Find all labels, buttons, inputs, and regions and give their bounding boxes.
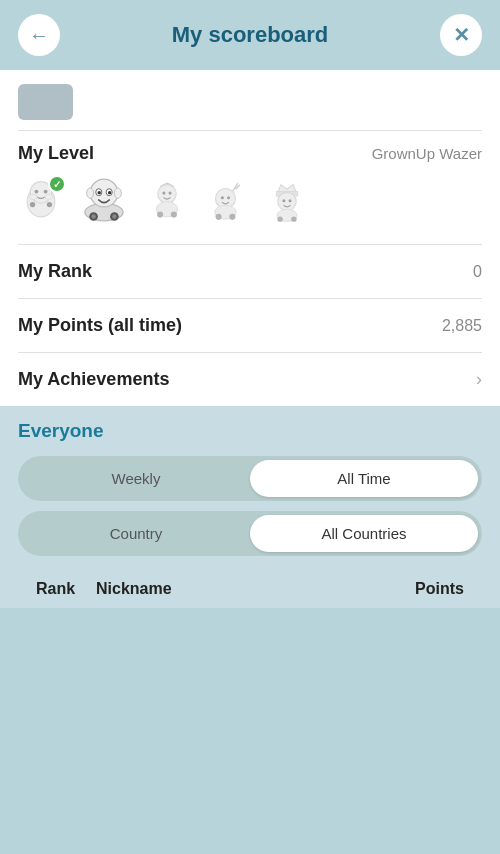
page-title: My scoreboard [60, 22, 440, 48]
knight-wazer-icon [204, 177, 250, 223]
svg-point-33 [229, 214, 235, 220]
character-warrior [144, 177, 190, 223]
svg-point-24 [157, 212, 163, 218]
close-icon: ✕ [453, 23, 470, 47]
svg-point-6 [30, 202, 35, 207]
chevron-right-icon: › [476, 369, 482, 390]
points-row: My Points (all time) 2,885 [0, 299, 500, 352]
character-grownup [78, 174, 130, 226]
achievements-row[interactable]: My Achievements › [0, 353, 500, 406]
svg-point-21 [162, 192, 165, 195]
main-card: My Level GrownUp Wazer ✓ [0, 70, 500, 406]
svg-point-7 [47, 202, 52, 207]
region-toggle-group: Country All Countries [18, 511, 482, 556]
table-header: Rank Nickname Points [18, 566, 482, 608]
rank-value: 0 [473, 263, 482, 281]
rank-label: My Rank [18, 261, 92, 282]
svg-point-38 [289, 199, 292, 202]
svg-point-32 [216, 214, 222, 220]
svg-point-14 [87, 188, 94, 198]
check-badge: ✓ [48, 175, 66, 193]
svg-point-25 [171, 212, 177, 218]
characters-row: ✓ [18, 174, 482, 240]
svg-point-41 [291, 216, 296, 221]
level-label: My Level [18, 143, 94, 164]
character-baby: ✓ [18, 177, 64, 223]
avatar [18, 84, 73, 120]
level-type: GrownUp Wazer [372, 145, 482, 162]
points-label: My Points (all time) [18, 315, 182, 336]
svg-point-22 [169, 192, 172, 195]
grownup-wazer-icon [78, 174, 130, 226]
character-knight [204, 177, 250, 223]
character-crown [264, 177, 310, 223]
svg-point-17 [91, 214, 95, 218]
close-button[interactable]: ✕ [440, 14, 482, 56]
svg-point-15 [114, 188, 121, 198]
svg-point-3 [44, 190, 48, 194]
all-countries-button[interactable]: All Countries [250, 515, 478, 552]
table-header-points: Points [415, 580, 464, 598]
table-header-rank: Rank [36, 580, 96, 598]
points-value: 2,885 [442, 317, 482, 335]
svg-point-30 [227, 196, 230, 199]
country-button[interactable]: Country [22, 515, 250, 552]
svg-point-20 [158, 185, 176, 203]
svg-point-19 [112, 214, 116, 218]
svg-point-36 [278, 192, 296, 210]
warrior-wazer-icon [144, 177, 190, 223]
time-toggle-group: Weekly All Time [18, 456, 482, 501]
header: ← My scoreboard ✕ [0, 0, 500, 70]
svg-point-29 [221, 196, 224, 199]
everyone-section: Everyone Weekly All Time Country All Cou… [0, 406, 500, 608]
all-time-button[interactable]: All Time [250, 460, 478, 497]
svg-point-11 [98, 191, 101, 194]
weekly-button[interactable]: Weekly [22, 460, 250, 497]
back-icon: ← [29, 24, 49, 47]
achievements-label: My Achievements [18, 369, 169, 390]
svg-point-5 [45, 194, 53, 199]
svg-point-40 [277, 216, 282, 221]
avatar-row [0, 70, 500, 130]
rank-row: My Rank 0 [0, 245, 500, 298]
everyone-title: Everyone [18, 420, 482, 442]
back-button[interactable]: ← [18, 14, 60, 56]
svg-point-2 [34, 190, 38, 194]
level-section: My Level GrownUp Wazer ✓ [0, 131, 500, 244]
svg-point-37 [282, 199, 285, 202]
table-header-nickname: Nickname [96, 580, 415, 598]
crown-wazer-icon [264, 177, 310, 223]
svg-point-13 [108, 191, 111, 194]
svg-point-4 [30, 194, 38, 199]
